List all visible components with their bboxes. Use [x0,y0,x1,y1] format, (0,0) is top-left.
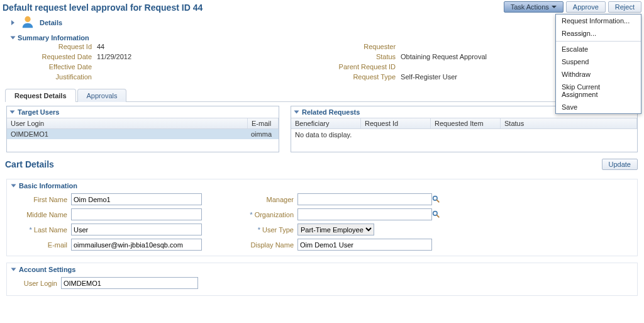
request-type-label: Request Type [320,73,401,81]
col-status[interactable]: Status [501,118,637,128]
status-label: Status [320,53,401,60]
request-type-value: Self-Register User [401,73,457,81]
account-settings-title: Account Settings [19,266,75,273]
task-actions-menu: Request Information... Reassign... Escal… [555,14,641,114]
target-users-title: Target Users [18,108,59,116]
requested-date-label: Requested Date [23,53,97,60]
update-button[interactable]: Update [602,159,638,170]
requester-label: Requester [320,43,401,50]
tab-request-details[interactable]: Request Details [5,89,76,102]
task-actions-button[interactable]: Task Actions [504,1,564,13]
svg-line-2 [436,200,439,202]
disclosure-icon[interactable] [294,111,299,114]
manager-field[interactable] [297,193,432,205]
svg-line-4 [436,215,439,217]
menu-request-info[interactable]: Request Information... [556,14,641,27]
status-value: Obtaining Request Approval [401,53,487,60]
first-name-field[interactable] [71,193,202,205]
col-requested-item[interactable]: Requested Item [431,118,501,128]
disclosure-icon[interactable] [11,37,16,40]
menu-withdraw[interactable]: Withdraw [556,68,641,81]
last-name-field[interactable] [71,224,202,235]
parent-request-label: Parent Request ID [320,63,401,71]
user-avatar-icon [21,15,35,30]
manager-label: Manager [233,196,297,203]
menu-reassign[interactable]: Reassign... [556,27,641,40]
details-label: Details [40,19,62,26]
col-beneficiary[interactable]: Beneficiary [291,118,361,128]
cart-details-title: Cart Details [5,159,602,169]
summary-title: Summary Information [18,34,89,42]
col-user-login[interactable]: User Login [7,118,248,128]
display-name-label: Display Name [233,241,297,249]
col-email[interactable]: E-mail [248,118,279,128]
request-id-label: Request Id [23,43,97,50]
middle-name-field[interactable] [71,208,202,220]
approve-button[interactable]: Approve [566,1,606,13]
menu-separator [556,41,641,42]
user-login-field[interactable] [61,277,198,289]
cell-email: oimma [247,129,279,139]
menu-suspend[interactable]: Suspend [556,55,641,68]
user-login-label: User Login [13,280,61,287]
cell-user-login: OIMDEMO1 [7,129,247,139]
tab-approvals[interactable]: Approvals [77,89,127,102]
chevron-down-icon [552,6,557,8]
search-icon[interactable] [432,195,440,203]
user-type-label: * User Type [233,226,297,234]
disclosure-icon[interactable] [10,111,15,114]
basic-info-title: Basic Information [19,182,77,190]
effective-date-label: Effective Date [23,63,97,71]
last-name-label: * Last Name [13,226,71,234]
first-name-label: First Name [13,196,71,203]
disclosure-icon[interactable] [11,20,14,25]
disclosure-icon[interactable] [11,184,16,188]
search-icon[interactable] [432,210,440,218]
organization-label: * Organization [233,211,297,218]
page-title: Default request level approval for Reque… [3,1,504,13]
no-data-text: No data to display. [291,129,637,140]
reject-button[interactable]: Reject [608,1,641,13]
svg-point-3 [433,212,438,216]
request-id-value: 44 [97,43,104,50]
col-request-id[interactable]: Request Id [361,118,431,128]
table-row[interactable]: OIMDEMO1 oimma [7,129,279,139]
display-name-field[interactable] [297,239,432,251]
disclosure-icon[interactable] [11,268,16,271]
middle-name-label: Middle Name [13,211,71,218]
user-type-select[interactable]: Part-Time Employee [297,224,374,235]
task-actions-label: Task Actions [511,3,549,11]
justification-label: Justification [23,73,97,81]
menu-escalate[interactable]: Escalate [556,43,641,55]
email-field[interactable] [71,239,202,251]
menu-skip[interactable]: Skip Current Assignment [556,81,641,101]
organization-field[interactable] [297,208,432,220]
related-requests-title: Related Requests [302,108,360,116]
svg-point-0 [25,16,30,22]
requested-date-value: 11/29/2012 [97,53,131,60]
email-label: E-mail [13,241,71,249]
menu-save[interactable]: Save [556,101,641,113]
svg-point-1 [433,196,438,201]
